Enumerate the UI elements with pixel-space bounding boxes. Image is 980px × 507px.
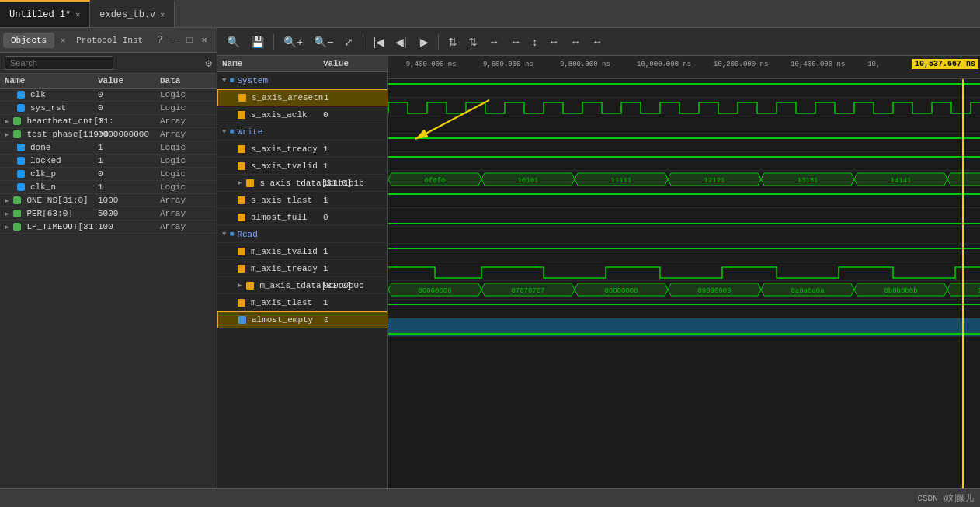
ruler-btn[interactable]: ↔ [589, 34, 606, 50]
obj-row-5[interactable]: locked 1 Logic [0, 155, 217, 168]
delta-btn[interactable]: ↔ [567, 34, 584, 50]
panel-tab-protocol[interactable]: Protocol Inst [68, 33, 151, 48]
wave-row-aclk [388, 98, 980, 116]
timeline-label-3: 9,800.000 ns [560, 61, 610, 68]
obj-value-8: 1000 [98, 196, 160, 205]
obj-type-1: Logic [160, 103, 212, 113]
wave-sig-name-11: m_axis_tready [222, 264, 323, 273]
wave-sig-val-10: 1 [323, 247, 383, 256]
wave-sig-name-12: ▶ m_axis_tdata[31:0] [222, 281, 323, 290]
wave-name-row-10[interactable]: m_axis_tvalid 1 [217, 243, 387, 260]
tab-untitled-close[interactable]: ✕ [75, 10, 80, 19]
waveform-rows-container[interactable]: 0f0f010101111111212113131141411515116161… [388, 79, 980, 488]
obj-row-4[interactable]: done 1 Logic [0, 141, 217, 155]
wave-name-row-3[interactable]: ▼ ■ Write [217, 123, 387, 141]
wave-sig-val-7: 1 [323, 196, 383, 205]
left-panel: Objects ✕ Protocol Inst ? ─ □ ✕ ⚙ [0, 28, 217, 488]
wave-name-row-6[interactable]: ▶ s_axis_tdata[31:0] 1b1b1b1b [217, 175, 387, 192]
obj-value-4: 1 [98, 143, 160, 152]
wave-name-row-7[interactable]: s_axis_tlast 1 [217, 192, 387, 209]
panel-tab-objects[interactable]: Objects [3, 33, 54, 48]
wave-name-row-13[interactable]: m_axis_tlast 1 [217, 294, 387, 311]
credits-text: CSDN @刘颜儿 [917, 492, 974, 504]
wave-sig-val-6: 1b1b1b1b [323, 179, 383, 188]
svg-text:11111: 11111 [610, 177, 631, 185]
minimize-icon[interactable]: ─ [169, 33, 180, 47]
zoom-in-btn[interactable]: 🔍+ [280, 34, 306, 50]
align-btn[interactable]: ↕ [529, 34, 540, 50]
wave-name-row-8[interactable]: almost_full 0 [217, 209, 387, 226]
wave-name-row-12[interactable]: ▶ m_axis_tdata[31:0] 0c0c0c0c [217, 277, 387, 294]
obj-row-7[interactable]: clk_n 1 Logic [0, 181, 217, 194]
zoom-out-btn[interactable]: 🔍− [311, 34, 336, 50]
obj-row-0[interactable]: clk 0 Logic [0, 89, 217, 102]
obj-row-6[interactable]: clk_p 0 Logic [0, 168, 217, 181]
obj-row-1[interactable]: sys_rst 0 Logic [0, 102, 217, 115]
wave-row-almost-empty [388, 318, 980, 337]
time-btn[interactable]: ↔ [545, 34, 562, 50]
obj-type-9: Array [160, 209, 212, 218]
wave-toolbar: 🔍 💾 🔍+ 🔍− ⤢ |◀ ◀| |▶ ⇅ ⇅ ↔ ↔ ↕ ↔ ↔ ↔ [217, 28, 980, 56]
next-edge-btn[interactable]: |▶ [415, 34, 433, 50]
svg-marker-18 [947, 173, 980, 186]
tab-exdes-close[interactable]: ✕ [160, 10, 165, 19]
wave-name-row-0[interactable]: ▼ ■ System [217, 72, 387, 89]
wave-sig-name-13: m_axis_tlast [222, 298, 323, 307]
wave-sig-val-5: 1 [323, 161, 383, 171]
wave-name-row-11[interactable]: m_axis_tready 1 [217, 260, 387, 277]
wave-sig-val-2: 0 [323, 110, 383, 120]
wave-sig-name-10: m_axis_tvalid [222, 247, 323, 256]
wave-row-m-tvalid [388, 244, 980, 262]
toolbar-sep2 [363, 34, 363, 50]
wave-sig-name-6: ▶ s_axis_tdata[31:0] [222, 179, 323, 188]
wave-signal-names: Name Value ▼ ■ System s_axis_aresetn 1 [217, 56, 388, 488]
wave-sig-name-4: s_axis_tready [222, 144, 323, 154]
maximize-icon[interactable]: □ [184, 33, 196, 47]
panel-tab-objects-close[interactable]: ✕ [61, 36, 65, 45]
help-icon[interactable]: ? [154, 33, 165, 47]
obj-value-10: 100 [98, 222, 160, 231]
del-marker-btn[interactable]: ⇅ [465, 34, 481, 50]
tab-exdes-label: exdes_tb.v [99, 9, 155, 20]
goto-start-btn[interactable]: |◀ [370, 34, 387, 50]
obj-row-8[interactable]: ▶ ONE_NS[31:0] 1000 Array [0, 194, 217, 207]
timeline-label-6: 10,400.000 ns [791, 61, 845, 68]
wave-row-m-tready [388, 262, 980, 281]
objects-toolbar: ⚙ [0, 53, 217, 74]
obj-row-3[interactable]: ▶ test_phase[119:0 0000000000 Array [0, 128, 217, 141]
wave-name-rows: ▼ ■ System s_axis_aresetn 1 s_axis_aclk … [217, 72, 387, 328]
wave-search-btn[interactable]: 🔍 [224, 34, 243, 50]
wave-name-row-1[interactable]: s_axis_aresetn 1 [217, 89, 387, 106]
tab-untitled[interactable]: Untitled 1* ✕ [0, 0, 90, 27]
cursor-time-badge: 10,537.667 ns [912, 59, 978, 69]
wave-name-row-5[interactable]: s_axis_tvalid 1 [217, 158, 387, 175]
gear-icon[interactable]: ⚙ [206, 57, 212, 70]
tab-exdes[interactable]: exdes_tb.v ✕ [90, 0, 175, 27]
add-marker-btn[interactable]: ⇅ [445, 34, 460, 50]
prev-edge-btn[interactable]: ◀| [392, 34, 410, 50]
obj-name-6: clk_p [5, 169, 98, 179]
wave-row-tlast [388, 189, 980, 208]
obj-row-9[interactable]: ▶ PER[63:0] 5000 Array [0, 207, 217, 221]
wave-area: Name Value ▼ ■ System s_axis_aresetn 1 [217, 56, 980, 488]
collapse-btn[interactable]: ↔ [507, 34, 524, 50]
wave-canvas-area[interactable]: 9,400.000 ns 9,600.000 ns 9,800.000 ns 1… [388, 56, 980, 488]
svg-text:0f0f0: 0f0f0 [424, 177, 445, 185]
obj-row-2[interactable]: ▶ heartbeat_cnt[31: 1 Array [0, 115, 217, 128]
obj-type-6: Logic [160, 169, 212, 179]
fit-btn[interactable]: ⤢ [341, 34, 356, 50]
wave-name-row-14[interactable]: almost_empty 0 [217, 311, 387, 328]
wave-name-row-2[interactable]: s_axis_aclk 0 [217, 106, 387, 123]
wave-row-write-spacer [388, 116, 980, 134]
obj-value-1: 0 [98, 103, 160, 113]
wave-name-row-9[interactable]: ▼ ■ Read [217, 226, 387, 243]
wave-name-row-4[interactable]: s_axis_tready 1 [217, 141, 387, 158]
obj-row-10[interactable]: ▶ LP_TIMEOUT[31: 100 Array [0, 221, 217, 234]
wave-save-btn[interactable]: 💾 [248, 34, 267, 50]
timeline-label-1: 9,400.000 ns [406, 61, 457, 68]
panel-close-icon[interactable]: ✕ [199, 33, 210, 47]
wave-row-almost-full [388, 208, 980, 227]
expand-btn[interactable]: ↔ [485, 34, 502, 50]
status-bar: CSDN @刘颜儿 [0, 488, 980, 507]
search-input[interactable] [5, 56, 113, 70]
